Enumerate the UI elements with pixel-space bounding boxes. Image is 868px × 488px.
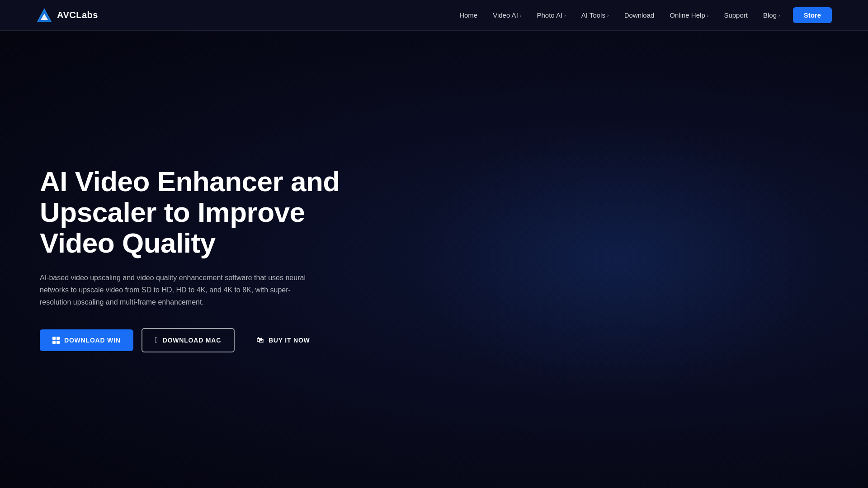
buy-now-button[interactable]: 🛍 BUY IT NOW xyxy=(243,328,324,352)
background-glow xyxy=(416,124,823,395)
nav-links: Home Video AI › Photo AI › AI Tools › Do… xyxy=(453,7,832,23)
logo[interactable]: AVCLabs xyxy=(36,7,98,23)
chevron-icon: › xyxy=(607,13,609,18)
hero-section: AI Video Enhancer and Upscaler to Improv… xyxy=(0,31,868,488)
chevron-icon: › xyxy=(520,13,522,18)
nav-item-ai-tools[interactable]: AI Tools › xyxy=(575,8,615,23)
nav-item-online-help[interactable]: Online Help › xyxy=(663,8,715,23)
nav-item-support[interactable]: Support xyxy=(717,8,754,23)
chevron-icon: › xyxy=(778,13,780,18)
nav-item-download[interactable]: Download xyxy=(618,8,661,23)
shopping-bag-icon: 🛍 xyxy=(256,336,264,344)
store-button[interactable]: Store xyxy=(793,7,832,23)
chevron-icon: › xyxy=(564,13,566,18)
hero-content: AI Video Enhancer and Upscaler to Improv… xyxy=(40,166,356,352)
download-win-button[interactable]: DOWNLOAD WIN xyxy=(40,329,133,351)
chevron-icon: › xyxy=(707,13,709,18)
nav-item-blog[interactable]: Blog › xyxy=(757,8,787,23)
navbar: AVCLabs Home Video AI › Photo AI › AI To… xyxy=(0,0,868,31)
nav-item-video-ai[interactable]: Video AI › xyxy=(486,8,528,23)
apple-icon:  xyxy=(155,336,158,345)
hero-buttons: DOWNLOAD WIN  DOWNLOAD MAC 🛍 BUY IT NOW xyxy=(40,328,356,352)
nav-item-photo-ai[interactable]: Photo AI › xyxy=(530,8,572,23)
hero-title: AI Video Enhancer and Upscaler to Improv… xyxy=(40,166,356,259)
nav-item-home[interactable]: Home xyxy=(453,8,484,23)
hero-description: AI-based video upscaling and video quali… xyxy=(40,272,311,309)
brand-name: AVCLabs xyxy=(57,10,98,20)
logo-icon xyxy=(36,7,52,23)
download-mac-button[interactable]:  DOWNLOAD MAC xyxy=(142,328,235,352)
windows-icon xyxy=(52,337,60,344)
